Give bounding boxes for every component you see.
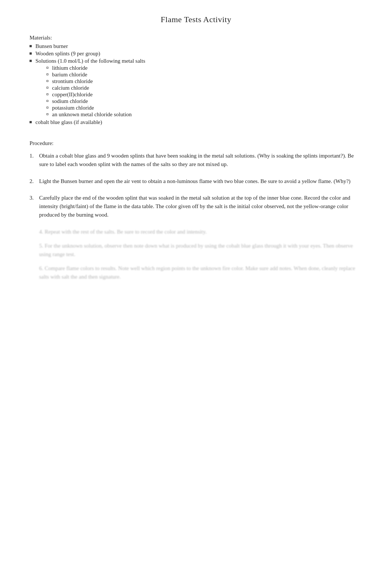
procedure-section: Procedure: 1. Obtain a cobalt blue glass… <box>30 140 362 281</box>
item-text: cobalt blue glass (if available) <box>35 119 102 125</box>
procedure-step-4-blurred: 4. Repeat with the rest of the salts. Be… <box>30 228 362 236</box>
sub-bullet-icon <box>47 113 48 115</box>
sub-bullet-icon <box>47 67 48 69</box>
bullet-icon <box>30 45 32 47</box>
sub-list-item: barium chloride <box>47 72 145 78</box>
step-text: Compare flame colors to results. Note we… <box>39 265 355 280</box>
page-title: Flame Tests Activity <box>30 15 362 24</box>
sub-bullet-icon <box>47 87 48 89</box>
list-item: Bunsen burner <box>30 43 362 49</box>
procedure-step-1: 1. Obtain a cobalt blue glass and 9 wood… <box>30 152 362 169</box>
sub-list-item: calcium chloride <box>47 85 145 91</box>
list-item: Solutions (1.0 mol/L) of the following m… <box>30 58 362 118</box>
step-number: 5. <box>39 243 45 249</box>
step-number: 4. <box>39 229 45 235</box>
sub-bullet-icon <box>47 107 48 108</box>
sub-list-item: copper(II)chloride <box>47 92 145 98</box>
procedure-step-5-blurred: 5. For the unknown solution, observe the… <box>30 242 362 258</box>
bullet-icon <box>30 121 32 123</box>
sub-bullet-icon <box>47 100 48 102</box>
sub-list-item: strontium chloride <box>47 78 145 84</box>
item-text: Bunsen burner <box>35 43 68 49</box>
step-number: 6. <box>39 265 45 271</box>
sub-item-text: barium chloride <box>52 72 87 78</box>
step-number: 3. <box>30 194 39 202</box>
step-text: Carefully place the end of the wooden sp… <box>39 194 362 220</box>
sub-item-text: copper(II)chloride <box>52 92 93 98</box>
procedure-label: Procedure: <box>30 140 362 146</box>
bullet-icon <box>30 60 32 62</box>
sub-bullet-icon <box>47 73 48 75</box>
sub-item-text: potassium chloride <box>52 105 94 111</box>
sub-item-text: sodium chloride <box>52 98 88 104</box>
sub-bullet-icon <box>47 80 48 82</box>
sub-list-item: an unknown metal chloride solution <box>47 111 145 118</box>
sub-list-item: lithium chloride <box>47 65 145 71</box>
sub-list-item: potassium chloride <box>47 105 145 111</box>
item-text: Solutions (1.0 mol/L) of the following m… <box>35 58 145 64</box>
materials-list: Bunsen burner Wooden splints (9 per grou… <box>30 43 362 125</box>
step-number: 1. <box>30 152 39 160</box>
step-text: Obtain a cobalt blue glass and 9 wooden … <box>39 152 362 169</box>
procedure-step-2: 2. Light the Bunsen burner and open the … <box>30 177 362 186</box>
procedure-step-6-blurred: 6. Compare flame colors to results. Note… <box>30 264 362 281</box>
sub-item-text: lithium chloride <box>52 65 87 71</box>
list-item: Wooden splints (9 per group) <box>30 51 362 57</box>
step-text: Repeat with the rest of the salts. Be su… <box>45 229 207 235</box>
solutions-sublist: lithium chloride barium chloride stronti… <box>35 65 145 118</box>
item-text: Wooden splints (9 per group) <box>35 51 100 57</box>
sub-list-item: sodium chloride <box>47 98 145 104</box>
sub-item-text: strontium chloride <box>52 78 93 84</box>
step-text: For the unknown solution, observe then n… <box>39 243 353 257</box>
procedure-step-3: 3. Carefully place the end of the wooden… <box>30 194 362 220</box>
bullet-icon <box>30 52 32 55</box>
sub-item-text: an unknown metal chloride solution <box>52 111 132 118</box>
procedure-list: 1. Obtain a cobalt blue glass and 9 wood… <box>30 152 362 220</box>
materials-label: Materials: <box>30 35 362 41</box>
sub-item-text: calcium chloride <box>52 85 89 91</box>
sub-bullet-icon <box>47 93 48 95</box>
step-number: 2. <box>30 177 39 186</box>
step-text: Light the Bunsen burner and open the air… <box>39 177 351 186</box>
list-item: cobalt blue glass (if available) <box>30 119 362 125</box>
